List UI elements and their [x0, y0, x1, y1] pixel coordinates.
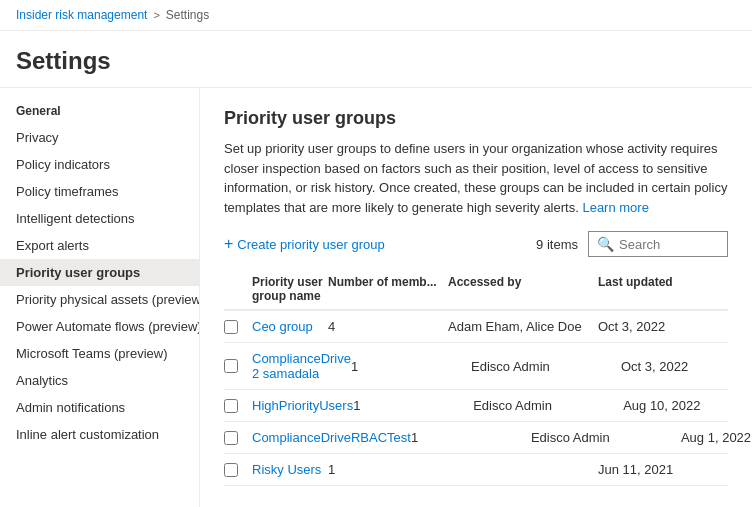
sidebar-item-policy-indicators[interactable]: Policy indicators [0, 151, 199, 178]
sidebar-item-policy-timeframes[interactable]: Policy timeframes [0, 178, 199, 205]
sidebar-item-microsoft-teams[interactable]: Microsoft Teams (preview) [0, 340, 199, 367]
row-accessed-by-3: Edisco Admin [473, 398, 623, 413]
search-box[interactable]: 🔍 [588, 231, 728, 257]
col-header-checkbox [224, 275, 252, 303]
plus-icon: + [224, 235, 233, 253]
sidebar-item-priority-user-groups[interactable]: Priority user groups [0, 259, 199, 286]
sidebar-item-inline-alert-customization[interactable]: Inline alert customization [0, 421, 199, 448]
row-last-updated-1: Oct 3, 2022 [598, 319, 728, 334]
breadcrumb-chevron: > [153, 9, 159, 21]
toolbar-right: 9 items 🔍 [536, 231, 728, 257]
col-header-accessed-by: Accessed by [448, 275, 598, 303]
sidebar-item-admin-notifications[interactable]: Admin notifications [0, 394, 199, 421]
table-row: Risky Users 1 Jun 11, 2021 [224, 454, 728, 486]
table-row: ComplianceDriveRBACTest 1 Edisco Admin A… [224, 422, 728, 454]
row-checkbox-4[interactable] [224, 431, 252, 445]
row-last-updated-2: Oct 3, 2022 [621, 359, 751, 374]
learn-more-link[interactable]: Learn more [582, 200, 648, 215]
sidebar-item-power-automate-flows[interactable]: Power Automate flows (preview) [0, 313, 199, 340]
row-members-4: 1 [411, 430, 531, 445]
row-last-updated-4: Aug 1, 2022 [681, 430, 752, 445]
sidebar-item-analytics[interactable]: Analytics [0, 367, 199, 394]
main-layout: General Privacy Policy indicators Policy… [0, 88, 752, 507]
row-name-3[interactable]: HighPriorityUsers [252, 398, 353, 413]
content-title: Priority user groups [224, 108, 728, 129]
content-area: Priority user groups Set up priority use… [200, 88, 752, 507]
col-header-last-updated: Last updated [598, 275, 728, 303]
sidebar: General Privacy Policy indicators Policy… [0, 88, 200, 507]
search-icon: 🔍 [597, 236, 614, 252]
create-priority-user-group-button[interactable]: + Create priority user group [224, 231, 385, 257]
sidebar-item-intelligent-detections[interactable]: Intelligent detections [0, 205, 199, 232]
toolbar: + Create priority user group 9 items 🔍 [224, 231, 728, 257]
sidebar-item-priority-physical-assets[interactable]: Priority physical assets (preview) [0, 286, 199, 313]
row-accessed-by-2: Edisco Admin [471, 359, 621, 374]
row-checkbox-2[interactable] [224, 359, 252, 373]
breadcrumb-current: Settings [166, 8, 209, 22]
row-members-3: 1 [353, 398, 473, 413]
row-name-1[interactable]: Ceo group [252, 319, 328, 334]
row-checkbox-1[interactable] [224, 320, 252, 334]
search-input[interactable] [619, 237, 719, 252]
table-container: Priority user group name Number of memb.… [224, 269, 728, 486]
content-description: Set up priority user groups to define us… [224, 139, 728, 217]
table-row: HighPriorityUsers 1 Edisco Admin Aug 10,… [224, 390, 728, 422]
row-last-updated-5: Jun 11, 2021 [598, 462, 728, 477]
breadcrumb-parent[interactable]: Insider risk management [16, 8, 147, 22]
page-title: Settings [16, 47, 736, 75]
row-name-5[interactable]: Risky Users [252, 462, 328, 477]
row-accessed-by-4: Edisco Admin [531, 430, 681, 445]
row-members-1: 4 [328, 319, 448, 334]
row-name-4[interactable]: ComplianceDriveRBACTest [252, 430, 411, 445]
row-name-2[interactable]: ComplianceDrive 2 samadala [252, 351, 351, 381]
item-count: 9 items [536, 237, 578, 252]
row-accessed-by-1: Adam Eham, Alice Doe [448, 319, 598, 334]
row-checkbox-5[interactable] [224, 463, 252, 477]
table-row: ComplianceDrive 2 samadala 1 Edisco Admi… [224, 343, 728, 390]
row-members-2: 1 [351, 359, 471, 374]
row-checkbox-3[interactable] [224, 399, 252, 413]
table-row: Ceo group 4 Adam Eham, Alice Doe Oct 3, … [224, 311, 728, 343]
col-header-name: Priority user group name [252, 275, 328, 303]
sidebar-item-export-alerts[interactable]: Export alerts [0, 232, 199, 259]
breadcrumb: Insider risk management > Settings [0, 0, 752, 31]
col-header-members: Number of memb... [328, 275, 448, 303]
sidebar-section-label: General [0, 100, 199, 124]
page-header: Settings [0, 31, 752, 88]
sidebar-item-privacy[interactable]: Privacy [0, 124, 199, 151]
table-header: Priority user group name Number of memb.… [224, 269, 728, 311]
row-last-updated-3: Aug 10, 2022 [623, 398, 752, 413]
row-members-5: 1 [328, 462, 448, 477]
